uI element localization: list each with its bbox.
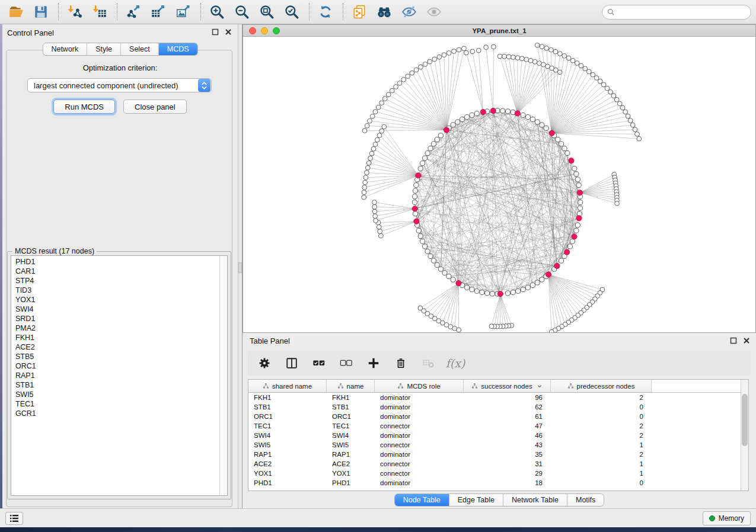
run-mcds-button[interactable]: Run MCDS xyxy=(53,100,115,114)
eye-icon[interactable] xyxy=(424,3,444,21)
network-window-title: YPA_prune.txt_1 xyxy=(243,27,755,34)
column-header[interactable]: predecessor nodes xyxy=(551,380,652,392)
delete-icon[interactable] xyxy=(393,355,409,371)
mcds-result-title: MCDS result (17 nodes) xyxy=(12,247,97,255)
table-row[interactable]: SWI5 SWI5 connector 43 1 xyxy=(248,440,748,450)
table-row[interactable]: ACE2 ACE2 connector 31 1 xyxy=(248,459,748,469)
zoom-in-icon[interactable] xyxy=(207,3,227,21)
refresh-icon[interactable] xyxy=(315,3,336,21)
table-tab[interactable]: Node Table xyxy=(395,494,449,506)
app-window: Control Panel NetworkStyleSelectMCDS Opt… xyxy=(0,0,756,532)
zoom-out-icon[interactable] xyxy=(232,3,252,21)
table-row[interactable]: FKH1 FKH1 dominator 96 2 xyxy=(248,393,748,402)
panel-splitter[interactable] xyxy=(238,24,243,508)
table-tab[interactable]: Edge Table xyxy=(449,494,503,506)
network-window-titlebar[interactable]: YPA_prune.txt_1 xyxy=(243,25,755,37)
search-box[interactable] xyxy=(602,5,751,20)
add-icon[interactable] xyxy=(366,355,381,371)
share-document-icon[interactable] xyxy=(349,3,369,21)
table-row[interactable]: TEC1 TEC1 connector 47 2 xyxy=(248,421,748,431)
sort-caret-icon xyxy=(537,383,543,389)
table-settings-gear-icon[interactable] xyxy=(257,355,272,371)
select-all-icon[interactable] xyxy=(311,355,327,371)
network-graph[interactable] xyxy=(243,37,755,332)
mcds-result-node[interactable]: TEC1 xyxy=(11,399,219,409)
table-row[interactable]: SWI4 SWI4 dominator 46 2 xyxy=(248,431,748,440)
export-network-icon[interactable] xyxy=(123,3,143,21)
mcds-result-node[interactable]: SWI4 xyxy=(11,305,219,314)
mcds-result-node[interactable]: STB1 xyxy=(11,380,219,390)
table-row[interactable]: YOX1 YOX1 connector 29 1 xyxy=(248,469,748,478)
table-row[interactable]: RAP1 RAP1 dominator 35 2 xyxy=(248,450,748,459)
task-history-button[interactable] xyxy=(5,512,23,525)
list-icon xyxy=(9,514,19,523)
zoom-fit-icon[interactable] xyxy=(257,3,277,21)
mcds-result-node[interactable]: SWI5 xyxy=(11,390,219,399)
main-toolbar xyxy=(0,0,756,24)
column-header[interactable]: name xyxy=(327,380,375,392)
control-panel-tab[interactable]: Network xyxy=(43,43,87,55)
mcds-result-node[interactable]: GCR1 xyxy=(11,409,219,418)
deselect-all-icon[interactable] xyxy=(339,355,354,371)
export-table-icon[interactable] xyxy=(148,3,168,21)
control-panel-tab[interactable]: Select xyxy=(121,43,159,55)
attribute-icon xyxy=(263,383,269,389)
search-input[interactable] xyxy=(618,8,746,17)
table-scrollbar-thumb[interactable] xyxy=(742,394,748,446)
mcds-result-node[interactable]: STP4 xyxy=(11,276,219,286)
close-panel-icon[interactable] xyxy=(225,28,232,36)
eye-slash-icon[interactable] xyxy=(399,3,419,21)
open-file-icon[interactable] xyxy=(6,3,26,21)
column-header[interactable]: successor nodes xyxy=(464,380,551,392)
column-header[interactable]: shared name xyxy=(248,380,327,392)
mcds-result-node[interactable]: YOX1 xyxy=(11,295,219,305)
mcds-result-node[interactable]: ACE2 xyxy=(11,342,219,352)
dropdown-stepper-icon xyxy=(198,79,210,92)
control-panel-tab[interactable]: MCDS xyxy=(159,43,197,55)
show-columns-icon[interactable] xyxy=(284,355,299,371)
criterion-dropdown[interactable]: largest connected component (undirected) xyxy=(27,78,212,92)
mcds-result-node[interactable]: RAP1 xyxy=(11,371,219,380)
memory-button[interactable]: Memory xyxy=(703,511,751,525)
close-panel-button[interactable]: Close panel xyxy=(123,100,187,114)
import-table-icon[interactable] xyxy=(90,3,110,21)
table-tab[interactable]: Network Table xyxy=(503,494,567,506)
close-table-panel-icon[interactable] xyxy=(743,337,750,344)
mcds-result-node[interactable]: PHD1 xyxy=(11,257,219,267)
mcds-result-list: PHD1CAR1STP4TID3YOX1SWI4SRD1PMA2FKH1ACE2… xyxy=(11,255,228,496)
splitter-handle[interactable] xyxy=(238,262,242,273)
mcds-result-node[interactable]: CAR1 xyxy=(11,267,219,276)
control-panel: Control Panel NetworkStyleSelectMCDS Opt… xyxy=(2,24,238,508)
save-session-icon[interactable] xyxy=(31,3,51,21)
mcds-result-node[interactable]: FKH1 xyxy=(11,333,219,342)
table-scrollbar[interactable] xyxy=(741,380,748,491)
table-panel: Table Panel f(x) shared name xyxy=(243,333,756,508)
status-bar: Memory xyxy=(0,508,756,527)
table-row[interactable]: STB1 STB1 dominator 62 0 xyxy=(248,402,748,412)
mcds-result-node[interactable]: ORC1 xyxy=(11,361,219,371)
mcds-result-node[interactable]: STB5 xyxy=(11,352,219,361)
table-row[interactable]: PHD1 PHD1 dominator 18 0 xyxy=(248,478,748,488)
float-table-panel-icon[interactable] xyxy=(730,337,737,344)
control-panel-tab[interactable]: Style xyxy=(87,43,121,55)
zoom-selected-icon[interactable] xyxy=(282,3,302,21)
column-header[interactable]: MCDS role xyxy=(375,380,464,392)
table-tab[interactable]: Motifs xyxy=(567,494,604,506)
function-builder-icon[interactable]: f(x) xyxy=(448,355,463,371)
memory-label: Memory xyxy=(719,514,744,523)
mcds-result-node[interactable]: PMA2 xyxy=(11,323,219,333)
optimization-criterion-label: Optimization criterion: xyxy=(2,63,238,72)
import-network-icon[interactable] xyxy=(65,3,85,21)
attribute-icon xyxy=(337,383,344,389)
mcds-list-scrollbar[interactable] xyxy=(219,256,227,495)
delete-table-icon[interactable] xyxy=(420,355,436,371)
search-icon xyxy=(607,8,615,16)
export-image-icon[interactable] xyxy=(173,3,193,21)
binoculars-icon[interactable] xyxy=(374,3,394,21)
float-panel-icon[interactable] xyxy=(212,28,219,36)
table-row[interactable]: ORC1 ORC1 dominator 61 0 xyxy=(248,412,748,421)
network-canvas[interactable] xyxy=(243,37,755,332)
criterion-dropdown-value: largest connected component (undirected) xyxy=(28,81,198,90)
mcds-result-node[interactable]: SRD1 xyxy=(11,314,219,323)
mcds-result-node[interactable]: TID3 xyxy=(11,286,219,295)
